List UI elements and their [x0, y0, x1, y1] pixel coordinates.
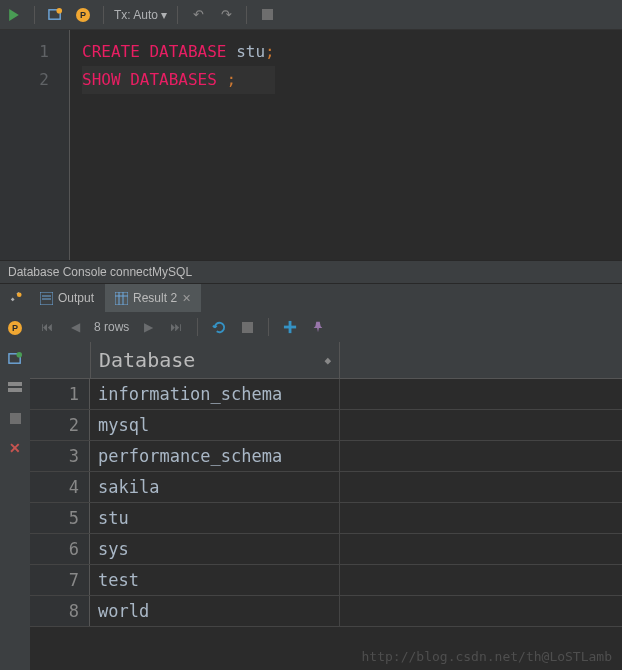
- separator: [268, 318, 269, 336]
- view-icon[interactable]: [5, 378, 25, 398]
- cell-database[interactable]: sakila: [90, 472, 340, 502]
- p-badge-icon[interactable]: P: [73, 5, 93, 25]
- row-number: 3: [30, 441, 90, 471]
- open-console-icon[interactable]: [45, 5, 65, 25]
- line-number: 1: [0, 38, 49, 66]
- settings-icon[interactable]: [5, 288, 25, 308]
- tab-label: Result 2: [133, 291, 177, 305]
- column-title: Database: [99, 348, 195, 372]
- row-number: 8: [30, 596, 90, 626]
- table-row[interactable]: 8world: [30, 596, 622, 627]
- cell-database[interactable]: performance_schema: [90, 441, 340, 471]
- first-page-icon[interactable]: ⏮: [38, 320, 56, 334]
- pin-icon[interactable]: [309, 320, 327, 334]
- svg-point-1: [56, 8, 62, 14]
- table-row[interactable]: 5stu: [30, 503, 622, 534]
- separator: [246, 6, 247, 24]
- row-number: 4: [30, 472, 90, 502]
- bottom-panel: P ✕ Output Result 2 ✕ ⏮ ◀ 8 rows ▶: [0, 284, 622, 670]
- table-row[interactable]: 1information_schema: [30, 379, 622, 410]
- result-toolbar: ⏮ ◀ 8 rows ▶ ⏭: [30, 312, 622, 342]
- p-badge: P: [76, 8, 90, 22]
- svg-rect-15: [284, 325, 296, 328]
- cell-database[interactable]: information_schema: [90, 379, 340, 409]
- svg-rect-10: [115, 292, 128, 305]
- cell-database[interactable]: world: [90, 596, 340, 626]
- result-grid[interactable]: Database ◆ 1information_schema2mysql3per…: [30, 342, 622, 670]
- sql-editor[interactable]: 1 2 CREATE DATABASE stu; SHOW DATABASES …: [0, 30, 622, 260]
- tx-mode-dropdown[interactable]: Tx: Auto ▾: [114, 8, 167, 22]
- code-line: CREATE DATABASE stu;: [82, 38, 275, 66]
- grid-body: 1information_schema2mysql3performance_sc…: [30, 379, 622, 627]
- row-count-label: 8 rows: [94, 320, 129, 334]
- sort-indicator-icon[interactable]: ◆: [324, 354, 331, 367]
- column-header-database[interactable]: Database ◆: [90, 342, 340, 378]
- console-title: Database Console connectMySQL: [0, 260, 622, 284]
- undo-icon[interactable]: ↶: [188, 5, 208, 25]
- table-row[interactable]: 7test: [30, 565, 622, 596]
- separator: [197, 318, 198, 336]
- result-tabs: Output Result 2 ✕: [30, 284, 622, 312]
- cell-database[interactable]: test: [90, 565, 340, 595]
- table-row[interactable]: 2mysql: [30, 410, 622, 441]
- separator: [177, 6, 178, 24]
- output-icon: [40, 292, 53, 305]
- table-icon: [115, 292, 128, 305]
- cell-database[interactable]: stu: [90, 503, 340, 533]
- editor-toolbar: P Tx: Auto ▾ ↶ ↷: [0, 0, 622, 30]
- row-number-header: [30, 342, 90, 378]
- grid-header: Database ◆: [30, 342, 622, 379]
- stop-icon[interactable]: [5, 408, 25, 428]
- table-row[interactable]: 3performance_schema: [30, 441, 622, 472]
- separator: [34, 6, 35, 24]
- cell-database[interactable]: sys: [90, 534, 340, 564]
- close-tab-icon[interactable]: ✕: [182, 292, 191, 305]
- code-line: SHOW DATABASES ;: [82, 66, 275, 94]
- svg-rect-6: [8, 388, 22, 392]
- tx-label: Tx: Auto: [114, 8, 158, 22]
- next-page-icon[interactable]: ▶: [139, 320, 157, 334]
- stop-icon[interactable]: [238, 322, 256, 333]
- row-number: 1: [30, 379, 90, 409]
- tab-label: Output: [58, 291, 94, 305]
- attach-console-icon[interactable]: [5, 348, 25, 368]
- tab-output[interactable]: Output: [30, 284, 105, 312]
- cell-database[interactable]: mysql: [90, 410, 340, 440]
- reload-icon[interactable]: [210, 320, 228, 335]
- stop-icon[interactable]: [257, 5, 277, 25]
- close-icon[interactable]: ✕: [5, 438, 25, 458]
- row-number: 7: [30, 565, 90, 595]
- redo-icon[interactable]: ↷: [216, 5, 236, 25]
- code-area[interactable]: CREATE DATABASE stu; SHOW DATABASES ;: [70, 30, 275, 260]
- table-row[interactable]: 6sys: [30, 534, 622, 565]
- p-badge-icon[interactable]: P: [5, 318, 25, 338]
- line-gutter: 1 2: [0, 30, 70, 260]
- watermark: http://blog.csdn.net/th@LoSTLamb: [362, 649, 612, 664]
- result-main: Output Result 2 ✕ ⏮ ◀ 8 rows ▶ ⏭: [30, 284, 622, 670]
- row-number: 2: [30, 410, 90, 440]
- prev-page-icon[interactable]: ◀: [66, 320, 84, 334]
- chevron-down-icon: ▾: [161, 8, 167, 22]
- svg-point-4: [16, 351, 22, 357]
- last-page-icon[interactable]: ⏭: [167, 320, 185, 334]
- svg-point-2: [16, 292, 21, 297]
- run-icon[interactable]: [4, 5, 24, 25]
- tab-result[interactable]: Result 2 ✕: [105, 284, 202, 312]
- row-number: 5: [30, 503, 90, 533]
- add-row-icon[interactable]: [281, 320, 299, 335]
- svg-rect-5: [8, 382, 22, 386]
- row-number: 6: [30, 534, 90, 564]
- side-toolbar: P ✕: [0, 284, 30, 670]
- line-number: 2: [0, 66, 49, 94]
- table-row[interactable]: 4sakila: [30, 472, 622, 503]
- separator: [103, 6, 104, 24]
